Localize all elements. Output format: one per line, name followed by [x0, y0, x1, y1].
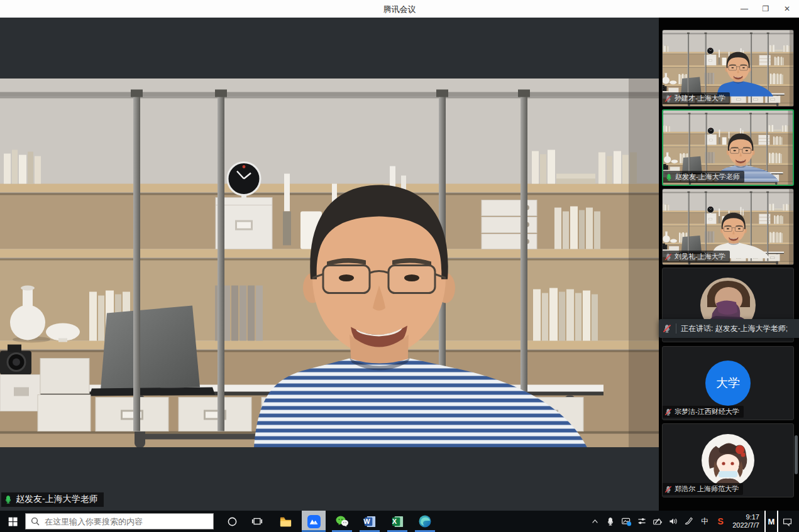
main-speaker-name: 赵发友-上海大学老师	[16, 494, 98, 505]
taskbar-clock[interactable]: 9:17 2022/7/7	[729, 511, 763, 532]
minimize-button[interactable]: —	[734, 0, 755, 18]
mic-muted-icon	[664, 486, 672, 493]
edge-taskbar-button[interactable]	[412, 511, 438, 532]
mic-muted-icon	[664, 408, 672, 416]
participant-name: 郑浩尔 上海师范大学	[675, 484, 739, 494]
participant-name: 孙建才-上海大学	[675, 94, 725, 103]
participant-avatar-6[interactable]: 郑浩尔 上海师范大学	[662, 423, 794, 497]
cortana-button[interactable]	[221, 511, 243, 532]
action-center-button[interactable]	[780, 511, 794, 532]
task-view-icon	[251, 516, 263, 527]
photos-tray-button[interactable]	[619, 511, 633, 532]
participant-name: 宗梦洁-江西财经大学	[675, 407, 739, 416]
mic-on-icon	[665, 173, 673, 181]
initial-avatar: 大学	[705, 361, 751, 406]
wechat-icon	[335, 514, 349, 528]
ime-mode-icon[interactable]: M	[764, 511, 778, 532]
system-tray: 中 S 9:17 2022/7/7 M	[588, 511, 799, 532]
sliders-icon	[637, 516, 647, 526]
word-taskbar-button[interactable]: W	[357, 511, 382, 532]
cortana-icon	[227, 516, 238, 527]
chevron-up-icon	[591, 518, 599, 526]
excel-taskbar-button[interactable]: X	[385, 511, 410, 532]
main-video[interactable]	[0, 79, 659, 447]
divider	[676, 323, 676, 334]
start-button[interactable]	[0, 511, 25, 532]
ink-workspace-tray-button[interactable]	[682, 511, 696, 532]
anime-avatar	[701, 433, 755, 487]
mic-muted-icon	[664, 253, 672, 261]
participants-sidebar: 孙建才-上海大学 赵发友-上海大学老师 刘见礼-上海大学	[659, 18, 799, 511]
tencent-meeting-icon	[307, 514, 321, 529]
participant-video-3[interactable]: 刘见礼-上海大学	[662, 188, 794, 265]
mic-on-icon	[4, 495, 13, 504]
participant-video-2-active-speaker[interactable]: 赵发友-上海大学老师	[662, 109, 794, 186]
participant-video-1[interactable]: 孙建才-上海大学	[662, 30, 794, 107]
excel-icon	[391, 515, 404, 528]
sidebar-scrollbar[interactable]	[795, 435, 798, 474]
battery-pen-icon	[653, 516, 663, 527]
notification-bubble-icon	[782, 516, 793, 527]
main-stage: 赵发友-上海大学老师	[0, 18, 659, 511]
speaking-now-toast: 正在讲话: 赵发友-上海大学老师;	[659, 319, 799, 338]
file-explorer-icon	[279, 515, 292, 528]
search-input[interactable]	[45, 517, 208, 526]
titlebar: 腾讯会议 — ❐ ✕	[0, 0, 799, 18]
ime-language-indicator[interactable]: 中	[698, 511, 712, 532]
mic-muted-icon	[664, 95, 672, 102]
participant-name: 赵发友-上海大学老师	[675, 172, 740, 182]
pen-icon	[684, 516, 694, 526]
meeting-content: 赵发友-上海大学老师 孙建才-上海大学 赵发友-上海大	[0, 18, 799, 511]
window-title: 腾讯会议	[0, 4, 799, 15]
tencent-meeting-window: 腾讯会议 — ❐ ✕ 赵发友-上海大学老师	[0, 0, 799, 532]
windows-taskbar: W X	[0, 511, 799, 532]
close-button[interactable]: ✕	[776, 0, 798, 18]
task-view-button[interactable]	[246, 511, 268, 532]
volume-tray-button[interactable]	[666, 511, 680, 532]
speaker-icon	[668, 516, 678, 526]
restore-button[interactable]: ❐	[755, 0, 776, 18]
participant-name: 刘见礼-上海大学	[675, 252, 725, 261]
wechat-taskbar-button[interactable]	[329, 511, 355, 532]
microphone-tray-button[interactable]	[603, 511, 617, 532]
hidden-icons-chevron[interactable]	[588, 511, 602, 532]
photo-icon	[621, 516, 632, 527]
file-explorer-button[interactable]	[273, 511, 298, 532]
participant-avatar-5[interactable]: 大学 宗梦洁-江西财经大学	[662, 346, 794, 420]
word-icon	[363, 515, 377, 528]
microphone-icon	[606, 517, 615, 526]
edge-icon	[418, 514, 432, 528]
clock-date: 2022/7/7	[732, 521, 759, 529]
settings-sliders-tray-button[interactable]	[635, 511, 649, 532]
clock-time: 9:17	[732, 513, 759, 521]
tencent-meeting-taskbar-button[interactable]	[302, 511, 326, 532]
speaking-now-text: 正在讲话: 赵发友-上海大学老师;	[681, 323, 788, 334]
mic-muted-icon	[663, 324, 671, 333]
main-speaker-name-tag: 赵发友-上海大学老师	[1, 492, 104, 507]
taskbar-search[interactable]	[25, 513, 214, 529]
sogou-input-icon[interactable]: S	[714, 511, 727, 532]
battery-tray-button[interactable]	[651, 511, 664, 532]
windows-logo-icon	[8, 516, 18, 527]
search-icon	[31, 517, 40, 526]
